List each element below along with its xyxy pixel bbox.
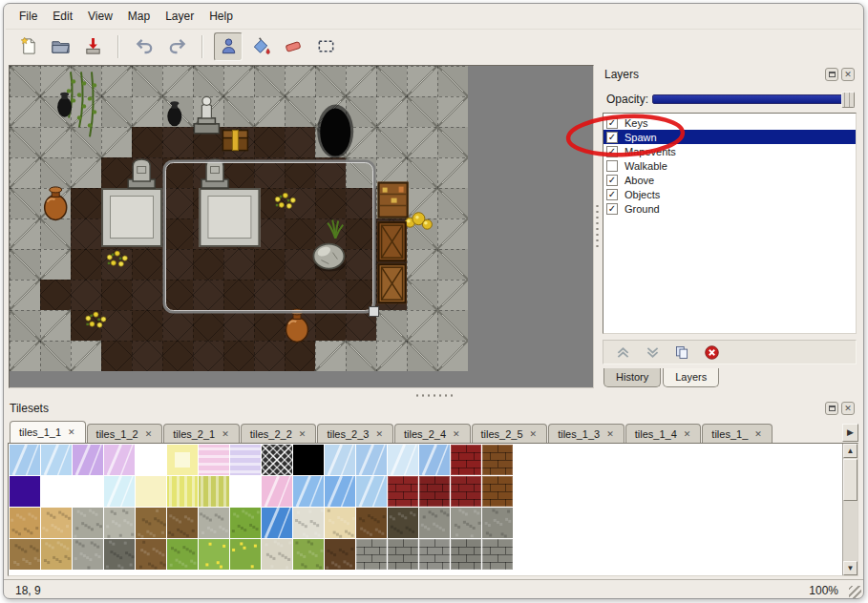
stamp-tool-icon	[219, 36, 239, 56]
layers-float-button[interactable]	[825, 68, 838, 81]
tileset-tab-tiles_2_4[interactable]: tiles_2_4✕	[394, 424, 471, 443]
tilesets-panel-title: Tilesets	[10, 402, 822, 415]
layer-actions	[603, 340, 857, 364]
tileset-tab-label: tiles_1_3	[558, 428, 600, 440]
tab-close-icon[interactable]: ✕	[683, 429, 692, 439]
layers-close-button[interactable]: ✕	[841, 68, 855, 81]
layer-list: ✓Keys✓Spawn✓MapeventsWalkable✓Above✓Obje…	[603, 113, 857, 334]
tab-close-icon[interactable]: ✕	[605, 429, 615, 439]
new-file-icon	[18, 36, 38, 56]
tabs-scroll-right-button[interactable]: ▶	[842, 424, 858, 442]
opacity-row: Opacity:	[606, 91, 855, 108]
tab-close-icon[interactable]: ✕	[221, 429, 230, 439]
resize-grip[interactable]	[849, 586, 861, 598]
tileset-tabs: tiles_1_1✕tiles_1_2✕tiles_2_1✕tiles_2_2✕…	[10, 420, 839, 443]
tileset-tab-tiles_2_2[interactable]: tiles_2_2✕	[241, 424, 317, 443]
menubar: FileEditViewMapLayerHelp	[6, 6, 241, 27]
menu-edit[interactable]: Edit	[45, 7, 80, 26]
tilesets-float-button[interactable]	[825, 402, 838, 415]
layer-visibility-checkbox[interactable]: ✓	[606, 132, 618, 143]
layer-row-keys[interactable]: ✓Keys	[603, 115, 856, 130]
eraser-icon	[284, 36, 304, 56]
layer-raise-button[interactable]	[612, 343, 633, 362]
layer-row-ground[interactable]: ✓Ground	[603, 201, 856, 216]
panel-tab-layers[interactable]: Layers	[663, 368, 719, 387]
tab-close-icon[interactable]: ✕	[374, 429, 384, 439]
scrollbar-down-button[interactable]: ▼	[843, 561, 857, 575]
tileset-tab-tiles_2_1[interactable]: tiles_2_1✕	[163, 424, 240, 443]
layer-visibility-checkbox[interactable]	[606, 160, 618, 172]
layer-visibility-checkbox[interactable]: ✓	[606, 189, 618, 200]
scrollbar-up-button[interactable]: ▲	[843, 444, 857, 458]
tab-close-icon[interactable]: ✕	[452, 429, 461, 439]
chevrons-down-icon	[645, 344, 661, 361]
select-tool-button[interactable]	[311, 32, 340, 61]
tileset-tab-tiles_2_3[interactable]: tiles_2_3✕	[317, 424, 393, 443]
tab-close-icon[interactable]: ✕	[753, 429, 763, 439]
layer-row-spawn[interactable]: ✓Spawn	[603, 130, 856, 144]
layer-visibility-checkbox[interactable]: ✓	[606, 203, 618, 215]
layer-visibility-checkbox[interactable]: ✓	[606, 117, 618, 129]
tab-close-icon[interactable]: ✕	[529, 429, 539, 439]
fill-tool-button[interactable]	[246, 32, 275, 61]
tilesets-close-button[interactable]: ✕	[841, 402, 855, 415]
menu-view[interactable]: View	[80, 7, 120, 26]
undo-button[interactable]	[130, 32, 159, 61]
layer-duplicate-button[interactable]	[671, 343, 692, 362]
tab-close-icon[interactable]: ✕	[67, 427, 76, 437]
layer-delete-button[interactable]	[701, 343, 722, 362]
tileset-palette[interactable]: ▲ ▼	[8, 443, 858, 576]
layer-lower-button[interactable]	[642, 343, 663, 362]
map-canvas[interactable]	[10, 66, 468, 371]
tileset-tab-tiles_1_3[interactable]: tiles_1_3✕	[548, 424, 625, 443]
tileset-tab-label: tiles_1_4	[635, 428, 677, 440]
stamp-tool-button[interactable]	[214, 32, 243, 61]
float-window-icon	[829, 72, 836, 77]
toolbar-separator	[201, 35, 203, 58]
opacity-slider[interactable]	[652, 94, 855, 104]
layer-row-above[interactable]: ✓Above	[603, 173, 856, 187]
map-view[interactable]	[9, 65, 594, 388]
horizontal-splitter[interactable]	[6, 391, 860, 399]
screen: FileEditViewMapLayerHelp Layers ✕ Opacit…	[0, 0, 868, 603]
layer-name: Keys	[625, 117, 647, 129]
tileset-tab-label: tiles_2_4	[404, 428, 446, 440]
vertical-splitter[interactable]	[594, 65, 601, 388]
tileset-tab-label: tiles_2_3	[327, 428, 369, 440]
cursor-coordinates: 18, 9	[15, 584, 41, 597]
menu-help[interactable]: Help	[201, 7, 241, 26]
tileset-tab-tiles_1_1[interactable]: tiles_1_1✕	[10, 421, 86, 443]
panel-tab-history[interactable]: History	[603, 368, 661, 387]
menu-map[interactable]: Map	[120, 7, 158, 26]
opacity-slider-handle[interactable]	[841, 92, 855, 108]
tileset-canvas[interactable]	[9, 444, 514, 571]
menu-file[interactable]: File	[11, 7, 45, 26]
tileset-tab-label: tiles_2_2	[250, 428, 292, 440]
layer-row-walkable[interactable]: Walkable	[603, 158, 856, 173]
new-map-button[interactable]	[13, 32, 42, 61]
layer-visibility-checkbox[interactable]: ✓	[606, 175, 618, 186]
redo-button[interactable]	[162, 32, 191, 61]
eraser-tool-button[interactable]	[279, 32, 307, 61]
layer-visibility-checkbox[interactable]: ✓	[606, 146, 618, 157]
layer-name: Walkable	[625, 160, 667, 172]
menu-layer[interactable]: Layer	[158, 7, 201, 26]
tileset-tab-tiles_1_2[interactable]: tiles_1_2✕	[87, 424, 163, 443]
scrollbar-thumb[interactable]	[843, 459, 857, 501]
layer-row-mapevents[interactable]: ✓Mapevents	[603, 144, 856, 158]
layers-panel-header: Layers ✕	[601, 65, 858, 84]
layers-panel-title: Layers	[604, 68, 822, 81]
tab-close-icon[interactable]: ✕	[144, 429, 154, 439]
tileset-tab-tiles_2_5[interactable]: tiles_2_5✕	[472, 424, 548, 443]
save-map-button[interactable]	[78, 32, 107, 61]
tab-close-icon[interactable]: ✕	[298, 429, 307, 439]
layer-name: Above	[625, 175, 654, 186]
open-map-button[interactable]	[46, 32, 74, 61]
tileset-tab-tiles_1_[interactable]: tiles_1_✕	[702, 424, 772, 443]
tileset-scrollbar[interactable]: ▲ ▼	[842, 444, 857, 575]
layer-row-objects[interactable]: ✓Objects	[603, 187, 856, 201]
layer-name: Ground	[625, 203, 660, 215]
delete-circle-icon	[704, 344, 720, 361]
tileset-tab-tiles_1_4[interactable]: tiles_1_4✕	[625, 424, 702, 443]
rectangle-select-icon	[316, 36, 336, 56]
